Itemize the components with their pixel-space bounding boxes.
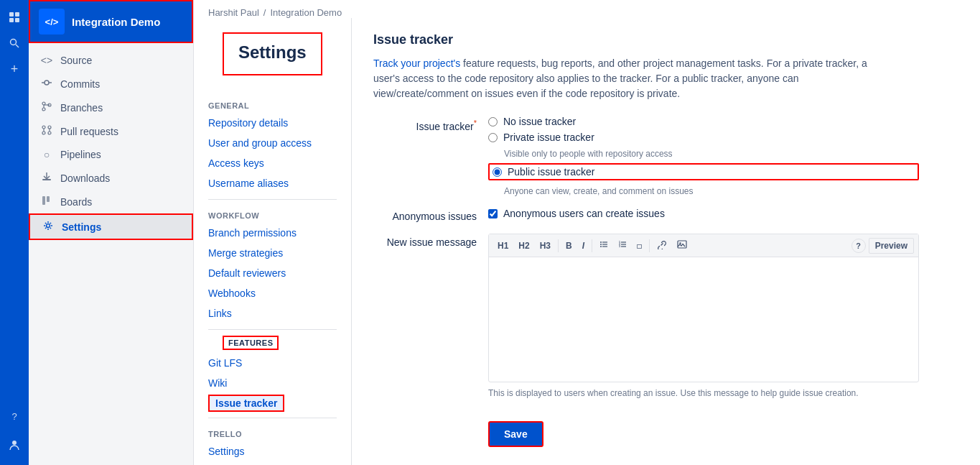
- svg-point-10: [42, 102, 45, 105]
- content-wrapper: Settings GENERAL Repository details User…: [194, 18, 980, 465]
- settings-link-default-reviewers[interactable]: Default reviewers: [194, 263, 351, 283]
- sidebar-item-label: Branches: [60, 102, 103, 114]
- repo-header[interactable]: </> Integration Demo: [29, 0, 193, 43]
- branches-icon: [40, 101, 53, 114]
- source-icon: <>: [40, 55, 53, 66]
- general-section: GENERAL Repository details User and grou…: [194, 96, 351, 193]
- settings-sidebar: Settings GENERAL Repository details User…: [194, 18, 352, 465]
- toolbar-sep-3: [649, 239, 650, 252]
- settings-link-webhooks[interactable]: Webhooks: [194, 283, 351, 303]
- toolbar-link[interactable]: [653, 237, 671, 254]
- sidebar-item-settings[interactable]: Settings: [29, 213, 193, 240]
- toolbar-bold[interactable]: B: [561, 239, 577, 253]
- settings-link-merge-strategies[interactable]: Merge strategies: [194, 243, 351, 263]
- public-tracker-radio[interactable]: [493, 167, 502, 177]
- sidebar-item-downloads[interactable]: Downloads: [29, 166, 193, 190]
- svg-point-30: [600, 246, 602, 247]
- tracker-radio-group: No issue tracker Private issue tracker V…: [488, 116, 919, 196]
- toolbar-code[interactable]: ◻: [633, 239, 646, 253]
- svg-point-38: [680, 242, 681, 244]
- user-icon[interactable]: [3, 433, 26, 456]
- home-icon[interactable]: [3, 6, 26, 29]
- sidebar-item-label: Pipelines: [60, 149, 101, 160]
- workflow-section-title: WORKFLOW: [194, 206, 351, 223]
- svg-point-14: [42, 126, 45, 129]
- settings-link-branch-permissions[interactable]: Branch permissions: [194, 223, 351, 243]
- anonymous-checkbox[interactable]: [488, 209, 498, 218]
- general-section-title: GENERAL: [194, 96, 351, 113]
- message-textarea[interactable]: [489, 257, 918, 379]
- breadcrumb-user[interactable]: Harshit Paul: [208, 7, 259, 18]
- repo-icon: </>: [39, 9, 65, 34]
- message-form-row: New issue message H1 H2 H3 B I: [373, 234, 919, 398]
- settings-icon: [42, 221, 55, 233]
- svg-rect-22: [42, 196, 45, 205]
- sidebar-item-branches[interactable]: Branches: [29, 96, 193, 119]
- trello-section: TRELLO Settings: [194, 424, 351, 461]
- settings-title: Settings: [223, 32, 322, 75]
- settings-link-issue-tracker[interactable]: Issue tracker: [208, 395, 284, 412]
- settings-link-git-lfs[interactable]: Git LFS: [194, 353, 351, 373]
- anonymous-checkbox-label: Anonymous users can create issues: [503, 208, 665, 219]
- features-section: FEATURES Git LFS Wiki Issue tracker: [194, 336, 351, 412]
- icon-bar: + ?: [0, 0, 29, 465]
- svg-point-28: [600, 241, 602, 243]
- sidebar-item-label: Settings: [62, 221, 101, 233]
- settings-link-user-group[interactable]: User and group access: [194, 133, 351, 153]
- divider-3: [208, 418, 337, 418]
- add-icon[interactable]: +: [3, 57, 26, 80]
- public-tracker-option[interactable]: Public issue tracker: [488, 163, 919, 180]
- track-link[interactable]: Track your project's: [373, 57, 460, 69]
- required-marker: *: [474, 119, 477, 127]
- toolbar-ul[interactable]: [595, 238, 612, 253]
- settings-link-repo-details[interactable]: Repository details: [194, 113, 351, 133]
- message-label: New issue message: [373, 234, 488, 248]
- toolbar-h1[interactable]: H1: [493, 239, 513, 253]
- svg-rect-3: [15, 18, 19, 22]
- settings-link-access-keys[interactable]: Access keys: [194, 153, 351, 173]
- pipelines-icon: ○: [40, 149, 53, 160]
- svg-point-16: [48, 126, 51, 129]
- help-icon[interactable]: ?: [3, 405, 26, 428]
- sidebar-item-pipelines[interactable]: ○ Pipelines: [29, 143, 193, 166]
- breadcrumb-separator: /: [263, 7, 266, 18]
- toolbar-h3[interactable]: H3: [536, 239, 555, 253]
- toolbar-image[interactable]: [673, 237, 691, 254]
- anonymous-issues-form-row: Anonymous issues Anonymous users can cre…: [373, 208, 919, 222]
- private-tracker-option[interactable]: Private issue tracker: [488, 132, 919, 143]
- settings-link-links[interactable]: Links: [194, 303, 351, 323]
- message-editor: H1 H2 H3 B I 123: [488, 234, 919, 382]
- sidebar-item-source[interactable]: <> Source: [29, 49, 193, 72]
- sidebar-item-label: Commits: [60, 78, 100, 90]
- toolbar-h2[interactable]: H2: [514, 239, 533, 253]
- svg-rect-2: [9, 18, 14, 22]
- search-icon[interactable]: [3, 32, 26, 55]
- svg-rect-23: [47, 196, 50, 202]
- svg-point-29: [600, 244, 602, 245]
- anonymous-checkbox-option[interactable]: Anonymous users can create issues: [488, 208, 919, 219]
- preview-button[interactable]: Preview: [869, 238, 914, 254]
- svg-point-6: [12, 441, 17, 445]
- breadcrumb-repo[interactable]: Integration Demo: [270, 7, 342, 18]
- no-tracker-option[interactable]: No issue tracker: [488, 116, 919, 127]
- public-tracker-label: Public issue tracker: [508, 166, 594, 178]
- settings-link-wiki[interactable]: Wiki: [194, 373, 351, 393]
- sidebar-item-boards[interactable]: Boards: [29, 190, 193, 213]
- private-tracker-hint: Visible only to people with repository a…: [504, 149, 919, 159]
- toolbar-ol[interactable]: 123: [614, 238, 631, 253]
- issue-tracker-options: No issue tracker Private issue tracker V…: [488, 116, 919, 196]
- settings-link-trello-settings[interactable]: Settings: [194, 441, 351, 461]
- private-tracker-label: Private issue tracker: [503, 132, 594, 143]
- toolbar-italic[interactable]: I: [578, 239, 589, 253]
- sidebar-item-pull-requests[interactable]: Pull requests: [29, 119, 193, 143]
- settings-link-username-aliases[interactable]: Username aliases: [194, 173, 351, 193]
- sidebar-item-commits[interactable]: Commits: [29, 72, 193, 96]
- divider-2: [208, 329, 337, 330]
- issue-tracker-form-row: Issue tracker* No issue tracker Private …: [373, 116, 919, 196]
- toolbar-help[interactable]: ?: [851, 239, 866, 253]
- settings-main: Issue tracker Track your project's featu…: [352, 18, 980, 465]
- save-button[interactable]: Save: [488, 421, 543, 447]
- private-tracker-radio[interactable]: [488, 133, 498, 142]
- no-tracker-radio[interactable]: [488, 117, 498, 126]
- svg-rect-1: [15, 12, 19, 17]
